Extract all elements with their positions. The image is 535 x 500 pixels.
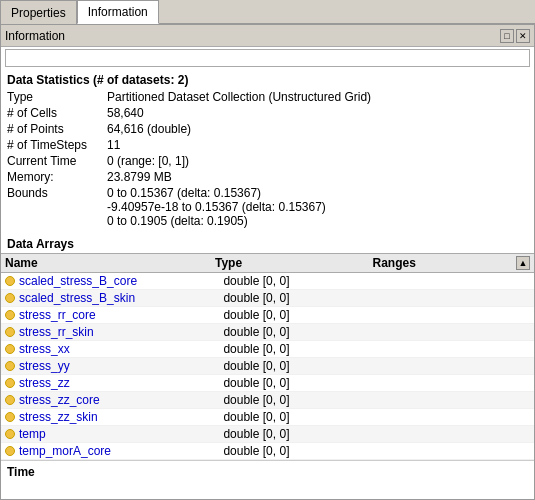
array-dot xyxy=(5,310,15,320)
arrays-section: Data Arrays Name Type Ranges ▲ scaled_st… xyxy=(1,233,534,460)
stats-label-cells: # of Cells xyxy=(7,106,107,120)
array-dot xyxy=(5,361,15,371)
bounds-line3: 0 to 0.1905 (delta: 0.1905) xyxy=(107,214,528,228)
stats-value-cells: 58,640 xyxy=(107,106,528,120)
array-name[interactable]: scaled_stress_B_skin xyxy=(19,291,223,305)
array-dot xyxy=(5,446,15,456)
array-dot xyxy=(5,378,15,388)
arrays-col-type: Type xyxy=(215,256,373,270)
array-name[interactable]: stress_zz_skin xyxy=(19,410,223,424)
array-row: stress_rr_core double [0, 0] xyxy=(1,307,534,324)
array-row: scaled_stress_B_skin double [0, 0] xyxy=(1,290,534,307)
arrays-col-name: Name xyxy=(5,256,215,270)
tab-information[interactable]: Information xyxy=(77,0,159,24)
stats-label-memory: Memory: xyxy=(7,170,107,184)
info-header-label: Information xyxy=(5,29,500,43)
array-dot xyxy=(5,395,15,405)
statistics-section-title: Data Statistics (# of datasets: 2) xyxy=(1,69,534,89)
array-type: double [0, 0] xyxy=(223,325,376,339)
bounds-line2: -9.40957e-18 to 0.15367 (delta: 0.15367) xyxy=(107,200,528,214)
array-dot xyxy=(5,429,15,439)
arrays-col-ranges: Ranges xyxy=(373,256,531,270)
tab-properties[interactable]: Properties xyxy=(0,0,77,24)
array-type: double [0, 0] xyxy=(223,410,376,424)
array-row: temp double [0, 0] xyxy=(1,426,534,443)
info-header-icons: □ ✕ xyxy=(500,29,530,43)
stats-row-cells: # of Cells 58,640 xyxy=(1,105,534,121)
stats-value-timesteps: 11 xyxy=(107,138,528,152)
info-header-row: Information □ ✕ xyxy=(1,25,534,47)
array-type: double [0, 0] xyxy=(223,444,376,458)
array-name[interactable]: stress_yy xyxy=(19,359,223,373)
array-row: scaled_stress_B_core double [0, 0] xyxy=(1,273,534,290)
stats-value-bounds: 0 to 0.15367 (delta: 0.15367) -9.40957e-… xyxy=(107,186,528,228)
array-type: double [0, 0] xyxy=(223,274,376,288)
time-section: Time xyxy=(1,460,534,483)
array-type: double [0, 0] xyxy=(223,376,376,390)
array-row: stress_xx double [0, 0] xyxy=(1,341,534,358)
stats-row-type: Type Partitioned Dataset Collection (Uns… xyxy=(1,89,534,105)
array-type: double [0, 0] xyxy=(223,427,376,441)
stats-label-bounds: Bounds xyxy=(7,186,107,200)
time-section-label: Time xyxy=(7,465,35,479)
array-dot xyxy=(5,293,15,303)
array-type: double [0, 0] xyxy=(223,359,376,373)
array-name[interactable]: stress_zz xyxy=(19,376,223,390)
close-icon[interactable]: ✕ xyxy=(516,29,530,43)
arrays-table-header: Name Type Ranges ▲ xyxy=(1,253,534,273)
stats-row-timesteps: # of TimeSteps 11 xyxy=(1,137,534,153)
arrays-scroll-up-icon[interactable]: ▲ xyxy=(516,256,530,270)
array-name[interactable]: stress_rr_skin xyxy=(19,325,223,339)
array-name[interactable]: stress_rr_core xyxy=(19,308,223,322)
main-panel: Information □ ✕ Data Statistics (# of da… xyxy=(0,24,535,500)
array-type: double [0, 0] xyxy=(223,393,376,407)
array-type: double [0, 0] xyxy=(223,291,376,305)
array-type: double [0, 0] xyxy=(223,342,376,356)
stats-row-currenttime: Current Time 0 (range: [0, 1]) xyxy=(1,153,534,169)
maximize-icon[interactable]: □ xyxy=(500,29,514,43)
array-row: stress_zz_skin double [0, 0] xyxy=(1,409,534,426)
content-area: Data Statistics (# of datasets: 2) Type … xyxy=(1,69,534,499)
array-dot xyxy=(5,344,15,354)
array-name[interactable]: stress_xx xyxy=(19,342,223,356)
stats-label-type: Type xyxy=(7,90,107,104)
array-name[interactable]: scaled_stress_B_core xyxy=(19,274,223,288)
stats-value-memory: 23.8799 MB xyxy=(107,170,528,184)
array-row: stress_zz_core double [0, 0] xyxy=(1,392,534,409)
filter-input[interactable] xyxy=(5,49,530,67)
stats-row-bounds: Bounds 0 to 0.15367 (delta: 0.15367) -9.… xyxy=(1,185,534,229)
bounds-line1: 0 to 0.15367 (delta: 0.15367) xyxy=(107,186,528,200)
tab-information-label: Information xyxy=(88,5,148,19)
array-row: stress_rr_skin double [0, 0] xyxy=(1,324,534,341)
array-type: double [0, 0] xyxy=(223,308,376,322)
array-name[interactable]: temp xyxy=(19,427,223,441)
stats-row-memory: Memory: 23.8799 MB xyxy=(1,169,534,185)
array-name[interactable]: temp_morA_core xyxy=(19,444,223,458)
tab-bar: Properties Information xyxy=(0,0,535,24)
stats-value-points: 64,616 (double) xyxy=(107,122,528,136)
array-dot xyxy=(5,327,15,337)
arrays-section-title: Data Arrays xyxy=(1,233,534,253)
stats-label-points: # of Points xyxy=(7,122,107,136)
stats-value-type: Partitioned Dataset Collection (Unstruct… xyxy=(107,90,528,104)
array-row: temp_morA_core double [0, 0] xyxy=(1,443,534,460)
array-name[interactable]: stress_zz_core xyxy=(19,393,223,407)
array-dot xyxy=(5,276,15,286)
tab-properties-label: Properties xyxy=(11,6,66,20)
array-dot xyxy=(5,412,15,422)
array-row: stress_yy double [0, 0] xyxy=(1,358,534,375)
stats-value-currenttime: 0 (range: [0, 1]) xyxy=(107,154,528,168)
stats-label-currenttime: Current Time xyxy=(7,154,107,168)
stats-row-points: # of Points 64,616 (double) xyxy=(1,121,534,137)
stats-label-timesteps: # of TimeSteps xyxy=(7,138,107,152)
array-rows-container: scaled_stress_B_core double [0, 0] scale… xyxy=(1,273,534,460)
array-row: stress_zz double [0, 0] xyxy=(1,375,534,392)
